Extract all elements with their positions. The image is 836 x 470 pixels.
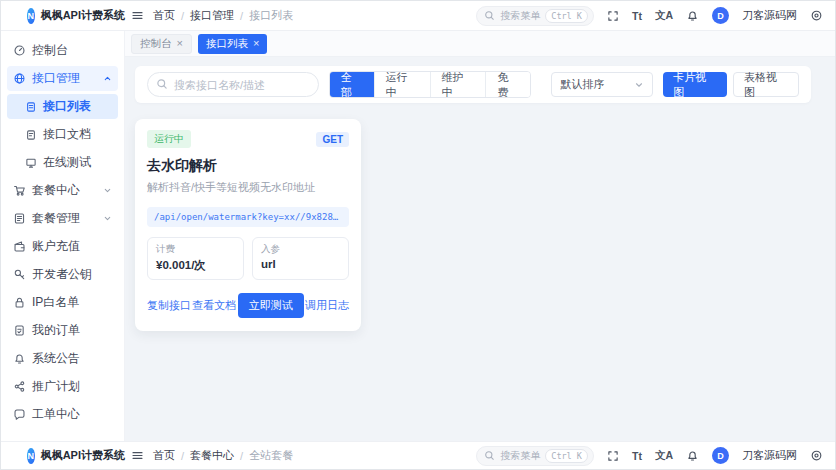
breadcrumb-current: 全站套餐 xyxy=(249,448,293,463)
brand-name: 枫枫API计费系统 xyxy=(41,448,125,463)
user-avatar[interactable]: D xyxy=(712,7,729,24)
cart-icon xyxy=(13,184,26,197)
wallet-icon xyxy=(13,240,26,253)
app-body: 控制台 接口管理 接口列表 接口文档 在线测试 套餐中心 xyxy=(1,31,835,441)
chevron-down-icon xyxy=(103,186,112,195)
brand: N 枫枫API计费系统 xyxy=(1,448,125,464)
method-badge: GET xyxy=(316,132,349,147)
sidebar-item-label: 接口列表 xyxy=(43,98,91,115)
font-size-icon[interactable]: Tt xyxy=(632,10,642,22)
username[interactable]: 刀客源码网 xyxy=(742,448,797,463)
sidebar-item-api-management[interactable]: 接口管理 xyxy=(7,66,118,91)
app-window: N 枫枫API计费系统 首页 / 接口管理 / 接口列表 搜索菜单 Ctrl K xyxy=(0,0,836,470)
sidebar-item-announcements[interactable]: 系统公告 xyxy=(7,346,118,371)
page-content: 全部 运行中 维护中 免费 默认排序 卡片视图 表格视图 xyxy=(125,57,835,441)
status-badge: 运行中 xyxy=(147,130,191,148)
card-badges: 运行中 GET xyxy=(147,130,349,148)
translate-icon[interactable]: 文A xyxy=(655,449,673,463)
font-size-icon[interactable]: Tt xyxy=(632,450,642,462)
sidebar-item-ip-whitelist[interactable]: IP白名单 xyxy=(7,290,118,315)
tab-label: 控制台 xyxy=(140,37,172,51)
sidebar-item-dashboard[interactable]: 控制台 xyxy=(7,38,118,63)
notification-bell-icon[interactable] xyxy=(686,9,699,22)
sidebar-item-label: 套餐管理 xyxy=(32,210,80,227)
view-docs-link[interactable]: 查看文档 xyxy=(192,298,236,313)
user-avatar[interactable]: D xyxy=(712,447,729,464)
sidebar-item-label: 开发者公钥 xyxy=(32,266,92,283)
close-icon[interactable]: × xyxy=(177,38,183,49)
breadcrumb-home[interactable]: 首页 xyxy=(153,8,175,23)
notification-bell-icon[interactable] xyxy=(686,449,699,462)
main-area: 控制台 × 接口列表 × xyxy=(125,31,835,441)
breadcrumb: 首页 / 套餐中心 / 全站套餐 xyxy=(153,448,293,463)
sidebar-item-label: 在线测试 xyxy=(43,154,91,171)
copy-api-link[interactable]: 复制接口 xyxy=(147,298,191,313)
settings-gear-icon[interactable] xyxy=(810,9,823,22)
menu-search-button[interactable]: 搜索菜单 Ctrl K xyxy=(476,6,594,26)
api-search xyxy=(147,72,319,97)
sort-dropdown[interactable]: 默认排序 xyxy=(551,72,653,97)
brand: N 枫枫API计费系统 xyxy=(1,8,125,24)
filter-running[interactable]: 运行中 xyxy=(374,72,430,97)
sidebar-item-my-orders[interactable]: 我的订单 xyxy=(7,318,118,343)
settings-gear-icon[interactable] xyxy=(810,449,823,462)
breadcrumb-section[interactable]: 接口管理 xyxy=(190,8,234,23)
document-icon xyxy=(25,129,37,141)
breadcrumb-separator: / xyxy=(181,450,184,462)
field-label: 入参 xyxy=(261,243,340,256)
sidebar-item-label: 账户充值 xyxy=(32,238,80,255)
api-globe-icon xyxy=(13,72,26,85)
test-now-button[interactable]: 立即测试 xyxy=(238,293,304,318)
close-icon[interactable]: × xyxy=(253,38,259,49)
collapse-sidebar-icon[interactable] xyxy=(131,449,144,462)
card-view-button[interactable]: 卡片视图 xyxy=(663,72,727,97)
fullscreen-icon[interactable] xyxy=(607,10,619,22)
filter-all[interactable]: 全部 xyxy=(330,72,374,97)
api-description: 解析抖音/快手等短视频无水印地址 xyxy=(147,180,349,195)
breadcrumb-section[interactable]: 套餐中心 xyxy=(190,448,234,463)
api-endpoint[interactable]: /api/open/watermark?key=xx//9x8285134696… xyxy=(147,207,349,227)
sidebar-item-plan-manage[interactable]: 套餐管理 xyxy=(7,206,118,231)
tab-dashboard[interactable]: 控制台 × xyxy=(131,34,192,54)
key-icon xyxy=(13,268,26,281)
shortcut-badge: Ctrl K xyxy=(545,9,588,23)
breadcrumb-current: 接口列表 xyxy=(249,8,293,23)
breadcrumb-home[interactable]: 首页 xyxy=(153,448,175,463)
api-card[interactable]: 运行中 GET 去水印解析 解析抖音/快手等短视频无水印地址 /api/open… xyxy=(135,119,361,331)
brand-logo-icon: N xyxy=(27,8,35,24)
filter-maintenance[interactable]: 维护中 xyxy=(430,72,486,97)
table-view-button[interactable]: 表格视图 xyxy=(733,72,799,97)
tab-api-list[interactable]: 接口列表 × xyxy=(198,34,267,54)
collapse-sidebar-icon[interactable] xyxy=(131,9,144,22)
tab-strip: 控制台 × 接口列表 × xyxy=(125,31,835,57)
breadcrumb: 首页 / 接口管理 / 接口列表 xyxy=(153,8,293,23)
search-icon xyxy=(156,78,168,90)
sidebar-item-recharge[interactable]: 账户充值 xyxy=(7,234,118,259)
sidebar-item-developer-key[interactable]: 开发者公钥 xyxy=(7,262,118,287)
brand-logo-icon: N xyxy=(27,448,35,464)
top-header: N 枫枫API计费系统 首页 / 接口管理 / 接口列表 搜索菜单 Ctrl K xyxy=(1,1,835,31)
card-fields: 计费 ¥0.001/次 入参 url xyxy=(147,237,349,280)
fullscreen-icon[interactable] xyxy=(607,450,619,462)
filter-free[interactable]: 免费 xyxy=(485,72,530,97)
billing-field: 计费 ¥0.001/次 xyxy=(147,237,244,280)
translate-icon[interactable]: 文A xyxy=(655,9,673,23)
username[interactable]: 刀客源码网 xyxy=(742,8,797,23)
sidebar-item-ticket-center[interactable]: 工单中心 xyxy=(7,402,118,427)
sidebar-item-referral-plan[interactable]: 推广计划 xyxy=(7,374,118,399)
search-icon xyxy=(484,450,495,461)
sidebar-item-online-test[interactable]: 在线测试 xyxy=(7,150,118,175)
call-log-link[interactable]: 调用日志 xyxy=(305,298,349,313)
api-search-input[interactable] xyxy=(147,72,319,97)
breadcrumb-separator: / xyxy=(181,10,184,22)
sidebar-item-api-list[interactable]: 接口列表 xyxy=(7,94,118,119)
search-icon xyxy=(484,10,495,21)
sidebar-item-label: 接口文档 xyxy=(43,126,91,143)
sidebar-item-label: 控制台 xyxy=(32,42,68,59)
menu-search-button[interactable]: 搜索菜单 Ctrl K xyxy=(476,446,594,466)
sidebar-item-label: 工单中心 xyxy=(32,406,80,423)
sidebar-item-plan-center[interactable]: 套餐中心 xyxy=(7,178,118,203)
menu-search-placeholder: 搜索菜单 xyxy=(500,449,540,463)
sidebar-item-label: 套餐中心 xyxy=(32,182,80,199)
sidebar-item-api-docs[interactable]: 接口文档 xyxy=(7,122,118,147)
